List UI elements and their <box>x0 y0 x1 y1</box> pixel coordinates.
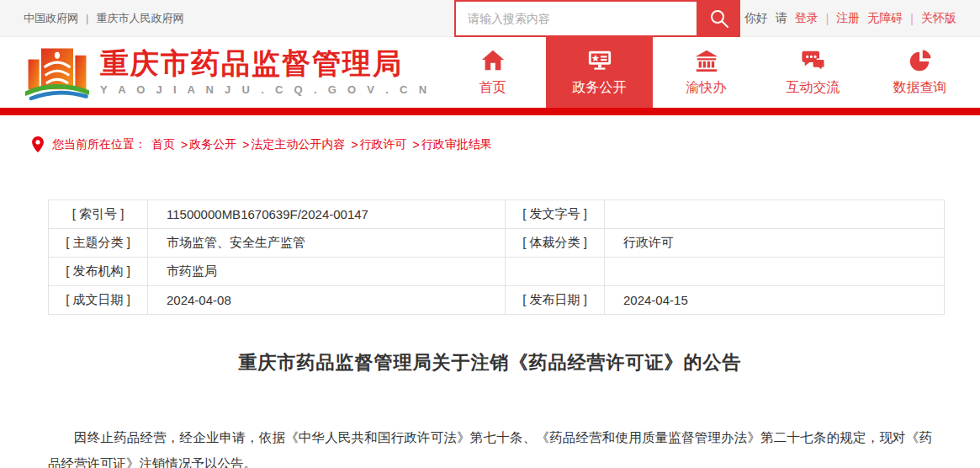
doc-info-label: [ 主题分类 ] <box>49 229 148 258</box>
register-link[interactable]: 注册 <box>836 11 860 26</box>
doc-info-label <box>506 258 605 286</box>
link-cq-gov[interactable]: 重庆市人民政府网 <box>96 11 183 26</box>
doc-info-value: 市场监管、安全生产监管 <box>148 229 506 258</box>
nav-item-data-query[interactable]: 数据查询 <box>866 37 973 108</box>
site-domain: Y A O J I A N J U . C Q . G O V . C N <box>100 83 431 96</box>
nav-item-yukuaiban[interactable]: 渝快办 <box>653 37 760 108</box>
pipe-separator: | <box>910 12 914 25</box>
doc-info-value: 11500000MB1670639F/2024-00147 <box>148 200 506 229</box>
red-divider-bar <box>0 108 980 115</box>
table-row: [ 发布机构 ] 市药监局 <box>49 258 945 286</box>
top-utility-bar: 中国政府网 | 重庆市人民政府网 你好 请 登录 | 注册 无障碍 | 关怀版 <box>0 0 980 37</box>
home-icon <box>480 48 506 73</box>
search-button[interactable] <box>698 0 740 37</box>
nav-item-gov-info[interactable]: 政务公开 <box>546 37 653 108</box>
location-pin-icon <box>32 136 44 152</box>
doc-info-label: [ 发布机构 ] <box>49 258 148 286</box>
table-row: [ 主题分类 ] 市场监管、安全生产监管 [ 体裁分类 ] 行政许可 <box>49 229 945 258</box>
doc-info-value <box>605 200 945 229</box>
breadcrumb-item-admin-license[interactable]: 行政许可 <box>360 137 407 152</box>
search-input[interactable] <box>454 0 698 37</box>
breadcrumb: 您当前所在位置： 首页 > 政务公开 > 法定主动公开内容 > 行政许可 > 行… <box>32 136 980 152</box>
doc-info-table: [ 索引号 ] 11500000MB1670639F/2024-00147 [ … <box>48 199 945 315</box>
nav-label: 数据查询 <box>893 79 947 97</box>
doc-info-value: 行政许可 <box>605 229 945 258</box>
doc-info-label: [ 体裁分类 ] <box>506 229 605 258</box>
pipe-separator: | <box>826 12 829 25</box>
page-title: 重庆市药品监督管理局关于注销《药品经营许可证》的公告 <box>0 350 980 375</box>
doc-info-label: [ 发文字号 ] <box>506 200 605 229</box>
site-header: 重庆市药品监督管理局 Y A O J I A N J U . C Q . G O… <box>0 37 980 108</box>
main-nav: 首页 政务公开 渝快办 <box>439 37 973 108</box>
link-china-gov[interactable]: 中国政府网 <box>24 11 78 26</box>
care-mode-link[interactable]: 关怀版 <box>921 11 956 26</box>
bank-icon <box>694 48 719 73</box>
breadcrumb-item-home[interactable]: 首页 <box>151 137 175 152</box>
nav-label: 互动交流 <box>787 79 840 97</box>
table-row: [ 成文日期 ] 2024-04-08 [ 发布日期 ] 2024-04-15 <box>49 286 945 315</box>
breadcrumb-separator: > <box>242 138 249 152</box>
breadcrumb-separator: > <box>181 138 188 152</box>
article-paragraph: 因终止药品经营，经企业申请，依据《中华人民共和国行政许可法》第七十条、《药品经营… <box>48 424 932 468</box>
doc-info-label: [ 发布日期 ] <box>506 286 605 315</box>
doc-info-value: 2024-04-08 <box>148 286 506 315</box>
nav-label: 渝快办 <box>686 79 727 97</box>
link-separator: | <box>86 12 88 24</box>
doc-info-value: 市药监局 <box>148 258 506 286</box>
site-name: 重庆市药品监督管理局 <box>100 49 431 79</box>
site-title-block: 重庆市药品监督管理局 Y A O J I A N J U . C Q . G O… <box>100 49 431 96</box>
doc-info-value: 2024-04-15 <box>605 286 945 315</box>
site-logo[interactable]: 重庆市药品监督管理局 Y A O J I A N J U . C Q . G O… <box>25 43 431 102</box>
logo-building-icon <box>25 43 89 102</box>
breadcrumb-separator: > <box>413 138 420 152</box>
doc-info-label: [ 成文日期 ] <box>49 286 148 315</box>
table-row: [ 索引号 ] 11500000MB1670639F/2024-00147 [ … <box>49 200 945 229</box>
nav-item-interaction[interactable]: 互动交流 <box>760 37 866 108</box>
breadcrumb-item-gov-info[interactable]: 政务公开 <box>189 137 236 152</box>
doc-info-label: [ 索引号 ] <box>49 200 148 229</box>
monitor-icon <box>587 48 612 73</box>
please-text: 请 <box>776 11 787 26</box>
nav-label: 政务公开 <box>573 79 627 97</box>
chat-icon <box>801 48 826 73</box>
breadcrumb-item-approval-results[interactable]: 行政审批结果 <box>421 137 492 152</box>
doc-info-value <box>605 258 945 286</box>
nav-item-home[interactable]: 首页 <box>439 37 546 108</box>
search-icon <box>708 8 730 29</box>
breadcrumb-item-disclosure[interactable]: 法定主动公开内容 <box>251 137 345 152</box>
greeting-text: 你好 <box>744 11 768 26</box>
breadcrumb-separator: > <box>351 138 358 152</box>
accessibility-link[interactable]: 无障碍 <box>867 11 903 26</box>
user-links: 你好 请 登录 | 注册 无障碍 | 关怀版 <box>744 11 956 26</box>
nav-label: 首页 <box>479 79 506 97</box>
breadcrumb-prefix: 您当前所在位置： <box>52 137 146 152</box>
gov-site-links: 中国政府网 | 重庆市人民政府网 <box>24 11 183 26</box>
search-box <box>454 0 740 37</box>
login-link[interactable]: 登录 <box>795 11 818 26</box>
pie-icon <box>908 48 933 73</box>
